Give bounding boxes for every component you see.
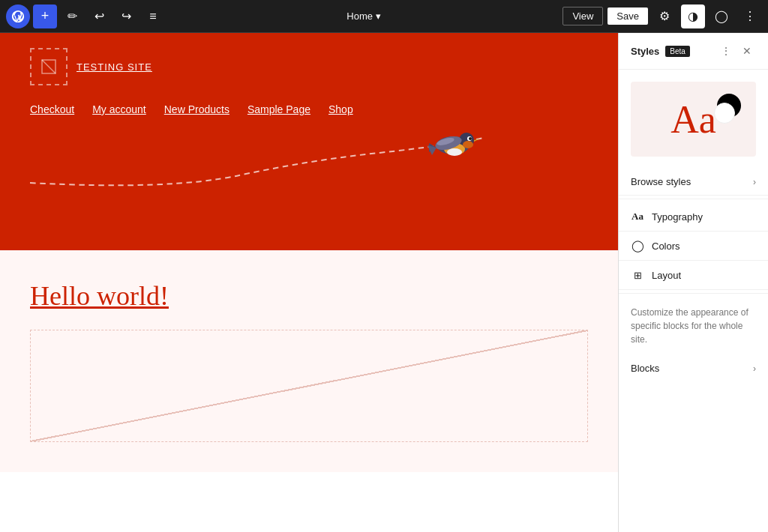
site-nav: Checkout My account New Products Sample … (30, 103, 588, 115)
close-icon: ✕ (742, 45, 752, 57)
preview-circle-white (714, 103, 735, 124)
blocks-label: Blocks (631, 363, 659, 374)
home-label: Home (346, 10, 373, 22)
hello-world-heading: Hello world! (30, 280, 588, 312)
chevron-down-icon: ▾ (376, 10, 381, 22)
style-preview: Aa (631, 82, 756, 157)
site-logo-area: TESTING SITE (30, 48, 588, 85)
customize-text: Customize the appearance of specific blo… (619, 297, 768, 355)
svg-point-11 (469, 137, 472, 140)
typography-icon: Aa (631, 210, 644, 223)
layout-icon: ⊞ (631, 268, 644, 282)
panel-more-button[interactable]: ⋮ (717, 42, 735, 60)
list-view-button[interactable]: ≡ (141, 4, 165, 28)
site-content: Hello world! (0, 250, 618, 472)
circle-half-icon: ◑ (688, 9, 698, 23)
divider-2 (619, 293, 768, 294)
wp-logo-button[interactable] (6, 4, 30, 28)
redo-icon: ↪ (122, 9, 131, 23)
bird-area (30, 115, 588, 205)
toolbar-left: + ✏ ↩ ↪ ≡ (6, 4, 165, 28)
layout-item[interactable]: ⊞ Layout (619, 261, 768, 290)
block-inspector-button[interactable]: ◯ (710, 4, 734, 28)
divider-1 (619, 199, 768, 199)
layout-item-left: ⊞ Layout (631, 268, 681, 282)
nav-shop[interactable]: Shop (328, 103, 353, 115)
save-button[interactable]: Save (608, 7, 648, 25)
add-block-button[interactable]: + (33, 4, 57, 28)
svg-marker-12 (474, 139, 480, 142)
site-header: TESTING SITE Checkout My account New Pro… (0, 33, 618, 250)
undo-icon: ↩ (94, 9, 104, 23)
typography-item[interactable]: Aa Typography (619, 202, 768, 232)
browse-styles-chevron: › (753, 177, 756, 187)
inspect-icon: ◯ (715, 9, 728, 23)
toolbar-right: View Save ⚙ ◑ ◯ ⋮ (562, 4, 762, 28)
more-icon: ⋮ (721, 45, 731, 57)
nav-account[interactable]: My account (92, 103, 146, 115)
site-preview: TESTING SITE Checkout My account New Pro… (0, 33, 618, 532)
layout-label: Layout (652, 270, 681, 281)
content-placeholder (30, 330, 588, 442)
colors-label: Colors (652, 241, 680, 252)
svg-line-1 (42, 60, 56, 73)
toolbar-center: Home ▾ (168, 7, 560, 25)
colors-icon: ◯ (631, 239, 644, 253)
styles-toggle-button[interactable]: ◑ (681, 4, 705, 28)
toolbar: + ✏ ↩ ↪ ≡ Home ▾ View Save ⚙ ◑ ◯ ⋮ (0, 0, 768, 33)
panel-header-actions: ⋮ ✕ (717, 42, 756, 60)
placeholder-image-icon (40, 58, 58, 76)
settings-button[interactable]: ⚙ (652, 4, 676, 28)
typography-label: Typography (652, 211, 703, 223)
canvas: TESTING SITE Checkout My account New Pro… (0, 33, 618, 532)
svg-point-13 (463, 141, 473, 148)
panel-title: Styles (631, 46, 659, 57)
nav-checkout[interactable]: Checkout (30, 103, 74, 115)
panel-close-button[interactable]: ✕ (738, 42, 756, 60)
home-menu-button[interactable]: Home ▾ (340, 7, 387, 25)
site-name: TESTING SITE (76, 61, 152, 73)
beta-badge: Beta (665, 46, 690, 57)
wp-logo-icon (11, 10, 25, 23)
preview-aa-text: Aa (670, 97, 716, 142)
gear-icon: ⚙ (659, 9, 670, 23)
styles-panel: Styles Beta ⋮ ✕ Aa Browse styles › (618, 33, 768, 532)
list-icon: ≡ (149, 10, 156, 23)
undo-button[interactable]: ↩ (87, 4, 111, 28)
blocks-item[interactable]: Blocks › (619, 355, 768, 381)
nav-sample-page[interactable]: Sample Page (248, 103, 310, 115)
more-options-button[interactable]: ⋮ (738, 4, 762, 28)
blocks-chevron: › (753, 363, 756, 374)
redo-button[interactable]: ↪ (114, 4, 138, 28)
colors-item[interactable]: ◯ Colors (619, 232, 768, 261)
browse-styles-label: Browse styles (631, 176, 691, 187)
typography-item-left: Aa Typography (631, 210, 703, 223)
view-button[interactable]: View (562, 7, 603, 25)
panel-header: Styles Beta ⋮ ✕ (619, 33, 768, 70)
nav-new-products[interactable]: New Products (164, 103, 230, 115)
site-logo-placeholder (30, 48, 68, 85)
bird-svg (423, 119, 483, 164)
dashed-path-svg (30, 130, 588, 190)
svg-point-5 (447, 148, 462, 156)
browse-styles-item[interactable]: Browse styles › (619, 169, 768, 196)
pencil-icon: ✏ (68, 9, 77, 23)
bird-illustration (423, 119, 483, 164)
overflow-icon: ⋮ (744, 9, 756, 23)
main-area: TESTING SITE Checkout My account New Pro… (0, 33, 768, 532)
colors-item-left: ◯ Colors (631, 239, 680, 253)
edit-tool-button[interactable]: ✏ (60, 4, 84, 28)
